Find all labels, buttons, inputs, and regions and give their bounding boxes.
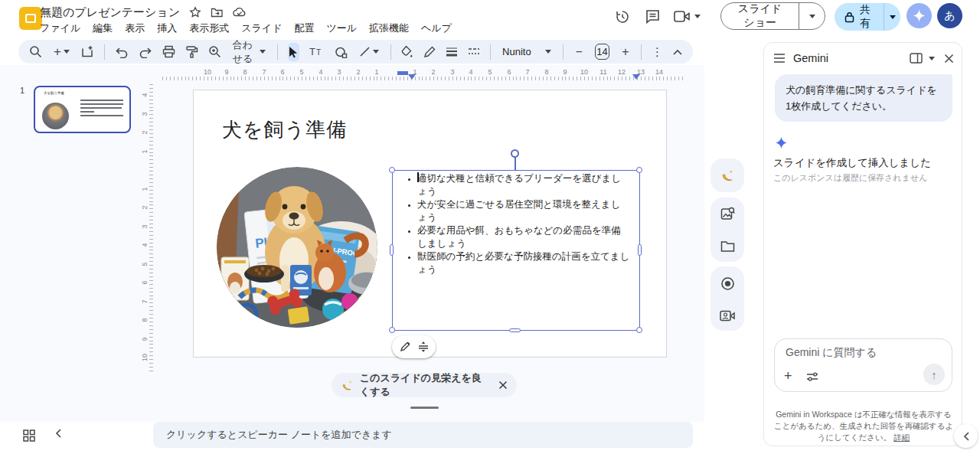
resize-handle-tr[interactable] [636, 167, 642, 173]
zoom-fit-dropdown[interactable]: 合わせる [231, 43, 267, 61]
share-dropdown[interactable] [884, 3, 900, 31]
rotation-handle-line [514, 158, 516, 170]
first-line-indent-marker[interactable] [397, 71, 408, 75]
menu-insert[interactable]: 挿入 [157, 21, 177, 35]
border-color-tool[interactable] [423, 43, 436, 61]
version-history-icon[interactable] [614, 8, 631, 25]
gemini-response-note: このレスポンスは履歴に保存されません [773, 172, 928, 184]
video-record-icon[interactable] [720, 310, 735, 322]
tune-icon[interactable] [806, 372, 818, 381]
improve-slide-pill[interactable]: このスライドの見栄えを良くする [332, 373, 517, 397]
menu-format[interactable]: 表示形式 [189, 21, 229, 35]
menu-view[interactable]: 表示 [125, 21, 145, 35]
notes-resize-handle[interactable] [410, 407, 439, 409]
menu-arrange[interactable]: 配置 [294, 21, 314, 35]
zoom-icon[interactable] [208, 43, 221, 61]
collapse-toolbar-icon[interactable] [673, 49, 682, 55]
gemini-prompt-input[interactable] [786, 346, 923, 358]
thumbnail-image [42, 103, 69, 129]
puppy-photo[interactable]: PUPPY CHEW-PROOF [217, 167, 377, 328]
templates-icon[interactable] [81, 43, 94, 61]
bullet-textbox[interactable]: 適切な犬種と信頼できるブリーダーを選びましょう 犬が安全に過ごせる居住空間と環境… [392, 170, 640, 331]
star-icon[interactable] [189, 6, 201, 18]
grid-view-icon[interactable] [23, 430, 35, 442]
meet-icon[interactable] [674, 10, 701, 23]
resize-handle-left[interactable] [390, 244, 394, 256]
share-label: 共有 [860, 3, 879, 31]
resize-handle-tl[interactable] [389, 167, 395, 173]
rail-record-group [710, 266, 744, 331]
speaker-notes-bar[interactable]: クリックするとスピーカー ノートを追加できます [153, 422, 693, 448]
font-size-increase[interactable]: + [619, 43, 631, 61]
more-options-icon[interactable]: ⋮ [652, 43, 663, 61]
resize-handle-bl[interactable] [389, 327, 395, 333]
folder-icon[interactable] [720, 240, 735, 253]
border-weight-tool[interactable] [446, 43, 458, 61]
menu-help[interactable]: ヘルプ [421, 21, 452, 35]
comments-icon[interactable] [645, 8, 661, 24]
panel-layout-caret[interactable] [929, 57, 935, 60]
menu-file[interactable]: ファイル [40, 21, 80, 35]
paint-format-icon[interactable] [185, 43, 198, 61]
user-chat-message: 犬の飼育準備に関するスライドを1枚作成してください。 [775, 74, 952, 122]
print-icon[interactable] [162, 43, 175, 61]
account-avatar[interactable]: あ [937, 3, 962, 28]
fill-color-tool[interactable] [400, 43, 413, 61]
attach-plus-icon[interactable]: + [784, 368, 792, 384]
resize-handle-bottom[interactable] [509, 328, 521, 332]
slide-title[interactable]: 犬を飼う準備 [222, 116, 347, 143]
move-folder-icon[interactable] [211, 6, 224, 18]
line-tool[interactable] [358, 43, 381, 61]
slideshow-dropdown[interactable] [799, 2, 825, 30]
new-slide-button[interactable]: + [52, 43, 71, 61]
bullet-item[interactable]: 犬が安全に過ごせる居住空間と環境を整えましょう [417, 198, 630, 224]
bullet-item[interactable]: 獣医師の予約と必要な予防接種の計画を立てましょう [417, 250, 630, 276]
redo-icon[interactable] [139, 43, 152, 61]
left-indent-marker[interactable] [408, 74, 416, 80]
menu-extensions[interactable]: 拡張機能 [369, 21, 409, 35]
ai-banana-icon[interactable] [720, 168, 735, 183]
lock-icon [844, 11, 854, 23]
right-indent-marker[interactable] [632, 74, 640, 80]
gemini-button[interactable] [906, 3, 932, 28]
font-family-dropdown[interactable]: Nunito [501, 43, 553, 61]
dismiss-pill-icon[interactable] [498, 381, 508, 390]
resize-handle-br[interactable] [636, 327, 642, 333]
svg-text:T: T [309, 46, 315, 57]
search-menus-icon[interactable] [29, 43, 42, 61]
slideshow-button[interactable]: スライドショー [720, 2, 825, 30]
send-prompt-button[interactable]: ↑ [923, 364, 945, 385]
expand-panel-button[interactable] [954, 424, 978, 448]
gemini-prompt-box[interactable]: + ↑ [774, 338, 952, 392]
cloud-status-icon[interactable] [233, 6, 247, 18]
text-cursor [417, 172, 419, 182]
image-search-icon[interactable] [720, 207, 735, 221]
resize-handle-right[interactable] [638, 244, 642, 256]
border-dash-tool[interactable] [468, 43, 480, 61]
menu-tools[interactable]: ツール [326, 21, 357, 35]
learn-more-link[interactable]: 詳細 [893, 433, 910, 442]
slides-logo[interactable] [19, 7, 42, 30]
share-button[interactable]: 共有 [835, 3, 900, 31]
close-panel-icon[interactable] [944, 54, 954, 64]
font-size-input[interactable]: 14 [595, 44, 610, 60]
document-title[interactable]: 無題のプレゼンテーション [40, 5, 180, 20]
autofit-text-icon[interactable] [417, 341, 430, 353]
record-icon[interactable] [720, 276, 735, 291]
select-tool[interactable] [288, 43, 299, 61]
meet-dropdown-caret[interactable] [694, 15, 701, 18]
menu-edit[interactable]: 編集 [93, 21, 113, 35]
text-box-tool[interactable]: TT [309, 43, 325, 61]
bullet-item[interactable]: 適切な犬種と信頼できるブリーダーを選びましょう [417, 172, 630, 198]
bullet-item[interactable]: 必要な用品や餌、おもちゃなどの必需品を準備しましょう [417, 224, 630, 250]
shape-tool[interactable] [335, 43, 348, 61]
magic-rewrite-icon[interactable] [399, 341, 411, 353]
panel-layout-icon[interactable] [910, 53, 923, 64]
menu-slide[interactable]: スライド [241, 21, 282, 35]
collapse-filmstrip-icon[interactable] [55, 429, 61, 438]
font-size-decrease[interactable]: − [573, 43, 585, 61]
undo-icon[interactable] [115, 43, 129, 61]
slide-thumbnail[interactable]: 犬を飼う準備 [34, 86, 131, 133]
rotation-handle[interactable] [511, 149, 519, 158]
gemini-menu-icon[interactable] [773, 54, 786, 63]
